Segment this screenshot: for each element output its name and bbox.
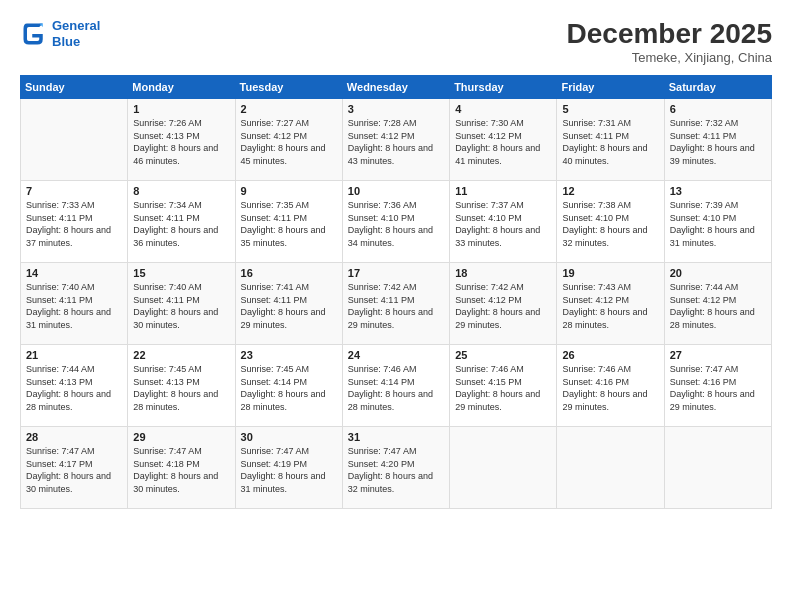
calendar-cell: 13Sunrise: 7:39 AMSunset: 4:10 PMDayligh… [664,181,771,263]
day-number: 21 [26,349,122,361]
day-number: 29 [133,431,229,443]
calendar-cell: 28Sunrise: 7:47 AMSunset: 4:17 PMDayligh… [21,427,128,509]
day-info: Sunrise: 7:40 AMSunset: 4:11 PMDaylight:… [133,281,229,331]
day-number: 13 [670,185,766,197]
day-info: Sunrise: 7:35 AMSunset: 4:11 PMDaylight:… [241,199,337,249]
day-number: 16 [241,267,337,279]
calendar-cell: 1Sunrise: 7:26 AMSunset: 4:13 PMDaylight… [128,99,235,181]
calendar-cell: 9Sunrise: 7:35 AMSunset: 4:11 PMDaylight… [235,181,342,263]
calendar-cell: 16Sunrise: 7:41 AMSunset: 4:11 PMDayligh… [235,263,342,345]
day-info: Sunrise: 7:34 AMSunset: 4:11 PMDaylight:… [133,199,229,249]
calendar-cell: 23Sunrise: 7:45 AMSunset: 4:14 PMDayligh… [235,345,342,427]
day-info: Sunrise: 7:46 AMSunset: 4:16 PMDaylight:… [562,363,658,413]
day-number: 7 [26,185,122,197]
calendar-row: 1Sunrise: 7:26 AMSunset: 4:13 PMDaylight… [21,99,772,181]
day-info: Sunrise: 7:47 AMSunset: 4:19 PMDaylight:… [241,445,337,495]
weekday-header: Tuesday [235,76,342,99]
weekday-header: Thursday [450,76,557,99]
day-info: Sunrise: 7:44 AMSunset: 4:13 PMDaylight:… [26,363,122,413]
day-number: 25 [455,349,551,361]
calendar-cell: 5Sunrise: 7:31 AMSunset: 4:11 PMDaylight… [557,99,664,181]
day-info: Sunrise: 7:36 AMSunset: 4:10 PMDaylight:… [348,199,444,249]
day-info: Sunrise: 7:47 AMSunset: 4:16 PMDaylight:… [670,363,766,413]
day-number: 30 [241,431,337,443]
logo-text: General Blue [52,18,100,49]
calendar-cell: 6Sunrise: 7:32 AMSunset: 4:11 PMDaylight… [664,99,771,181]
calendar-cell [21,99,128,181]
month-title: December 2025 [567,18,772,50]
calendar-cell: 24Sunrise: 7:46 AMSunset: 4:14 PMDayligh… [342,345,449,427]
day-info: Sunrise: 7:42 AMSunset: 4:11 PMDaylight:… [348,281,444,331]
calendar-row: 7Sunrise: 7:33 AMSunset: 4:11 PMDaylight… [21,181,772,263]
calendar-cell: 3Sunrise: 7:28 AMSunset: 4:12 PMDaylight… [342,99,449,181]
day-info: Sunrise: 7:37 AMSunset: 4:10 PMDaylight:… [455,199,551,249]
calendar-cell [557,427,664,509]
calendar-row: 28Sunrise: 7:47 AMSunset: 4:17 PMDayligh… [21,427,772,509]
day-number: 28 [26,431,122,443]
day-info: Sunrise: 7:31 AMSunset: 4:11 PMDaylight:… [562,117,658,167]
calendar-cell: 19Sunrise: 7:43 AMSunset: 4:12 PMDayligh… [557,263,664,345]
day-number: 24 [348,349,444,361]
day-info: Sunrise: 7:28 AMSunset: 4:12 PMDaylight:… [348,117,444,167]
day-number: 22 [133,349,229,361]
calendar-row: 21Sunrise: 7:44 AMSunset: 4:13 PMDayligh… [21,345,772,427]
day-info: Sunrise: 7:39 AMSunset: 4:10 PMDaylight:… [670,199,766,249]
day-number: 18 [455,267,551,279]
calendar-table: SundayMondayTuesdayWednesdayThursdayFrid… [20,75,772,509]
calendar-cell [664,427,771,509]
calendar-cell: 30Sunrise: 7:47 AMSunset: 4:19 PMDayligh… [235,427,342,509]
day-info: Sunrise: 7:45 AMSunset: 4:14 PMDaylight:… [241,363,337,413]
day-info: Sunrise: 7:47 AMSunset: 4:17 PMDaylight:… [26,445,122,495]
day-info: Sunrise: 7:30 AMSunset: 4:12 PMDaylight:… [455,117,551,167]
day-info: Sunrise: 7:32 AMSunset: 4:11 PMDaylight:… [670,117,766,167]
day-info: Sunrise: 7:44 AMSunset: 4:12 PMDaylight:… [670,281,766,331]
logo: General Blue [20,18,100,49]
weekday-header: Wednesday [342,76,449,99]
calendar-cell: 14Sunrise: 7:40 AMSunset: 4:11 PMDayligh… [21,263,128,345]
day-info: Sunrise: 7:33 AMSunset: 4:11 PMDaylight:… [26,199,122,249]
header-row: SundayMondayTuesdayWednesdayThursdayFrid… [21,76,772,99]
calendar-cell: 12Sunrise: 7:38 AMSunset: 4:10 PMDayligh… [557,181,664,263]
day-number: 8 [133,185,229,197]
page: General Blue December 2025 Temeke, Xinji… [0,0,792,612]
day-number: 11 [455,185,551,197]
calendar-cell: 7Sunrise: 7:33 AMSunset: 4:11 PMDaylight… [21,181,128,263]
calendar-cell: 2Sunrise: 7:27 AMSunset: 4:12 PMDaylight… [235,99,342,181]
day-number: 23 [241,349,337,361]
day-number: 3 [348,103,444,115]
day-number: 17 [348,267,444,279]
day-info: Sunrise: 7:45 AMSunset: 4:13 PMDaylight:… [133,363,229,413]
day-number: 10 [348,185,444,197]
day-info: Sunrise: 7:41 AMSunset: 4:11 PMDaylight:… [241,281,337,331]
weekday-header: Sunday [21,76,128,99]
day-number: 26 [562,349,658,361]
logo-icon [20,20,48,48]
calendar-cell [450,427,557,509]
day-number: 15 [133,267,229,279]
calendar-cell: 22Sunrise: 7:45 AMSunset: 4:13 PMDayligh… [128,345,235,427]
day-number: 1 [133,103,229,115]
header: General Blue December 2025 Temeke, Xinji… [20,18,772,65]
day-number: 14 [26,267,122,279]
day-number: 4 [455,103,551,115]
day-number: 9 [241,185,337,197]
day-info: Sunrise: 7:26 AMSunset: 4:13 PMDaylight:… [133,117,229,167]
calendar-cell: 25Sunrise: 7:46 AMSunset: 4:15 PMDayligh… [450,345,557,427]
weekday-header: Friday [557,76,664,99]
calendar-cell: 8Sunrise: 7:34 AMSunset: 4:11 PMDaylight… [128,181,235,263]
calendar-cell: 26Sunrise: 7:46 AMSunset: 4:16 PMDayligh… [557,345,664,427]
day-number: 20 [670,267,766,279]
day-number: 2 [241,103,337,115]
day-info: Sunrise: 7:46 AMSunset: 4:15 PMDaylight:… [455,363,551,413]
weekday-header: Saturday [664,76,771,99]
day-info: Sunrise: 7:47 AMSunset: 4:18 PMDaylight:… [133,445,229,495]
day-info: Sunrise: 7:47 AMSunset: 4:20 PMDaylight:… [348,445,444,495]
day-info: Sunrise: 7:42 AMSunset: 4:12 PMDaylight:… [455,281,551,331]
day-info: Sunrise: 7:27 AMSunset: 4:12 PMDaylight:… [241,117,337,167]
day-number: 6 [670,103,766,115]
location-subtitle: Temeke, Xinjiang, China [567,50,772,65]
day-info: Sunrise: 7:40 AMSunset: 4:11 PMDaylight:… [26,281,122,331]
calendar-cell: 27Sunrise: 7:47 AMSunset: 4:16 PMDayligh… [664,345,771,427]
day-number: 31 [348,431,444,443]
calendar-cell: 29Sunrise: 7:47 AMSunset: 4:18 PMDayligh… [128,427,235,509]
